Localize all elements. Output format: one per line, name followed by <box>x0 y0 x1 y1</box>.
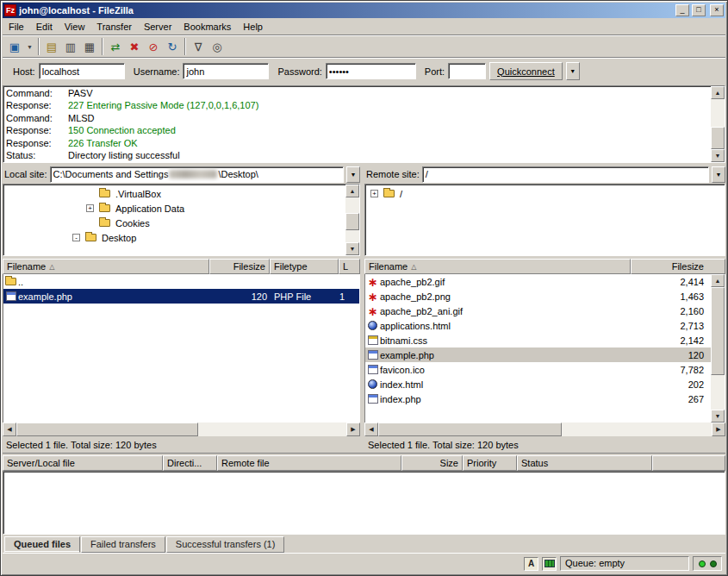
minimize-button[interactable]: _ <box>675 4 689 16</box>
menu-edit[interactable]: Edit <box>30 20 59 34</box>
scroll-down-icon[interactable]: ▼ <box>711 149 725 162</box>
remote-list-horizontal-scrollbar[interactable]: ◀ ▶ <box>364 423 725 436</box>
queue-column-size[interactable]: Size <box>401 455 463 471</box>
password-input[interactable] <box>326 63 416 79</box>
queue-column-direction[interactable]: Directi... <box>163 455 217 471</box>
tab-queued-files[interactable]: Queued files <box>4 536 80 553</box>
file-row[interactable]: apache_pb2.gif2,414 <box>365 274 711 289</box>
tree-item[interactable]: +/ <box>365 186 725 201</box>
tree-item[interactable]: -Desktop <box>3 230 345 245</box>
column-header-filetype[interactable]: Filetype <box>270 259 339 274</box>
local-site-combo[interactable]: C:\Documents and Settings\Desktop\ <box>50 166 344 183</box>
scrollbar-track[interactable] <box>16 423 346 436</box>
local-file-list: Filename△ Filesize Filetype L .. <box>3 259 360 436</box>
local-site-dropdown-icon[interactable]: ▼ <box>346 166 360 183</box>
scrollbar-track[interactable] <box>345 197 359 242</box>
host-input[interactable] <box>39 63 125 79</box>
scrollbar-thumb[interactable] <box>345 213 359 230</box>
remote-list-body: apache_pb2.gif2,414 apache_pb2.png1,463 … <box>364 274 725 423</box>
file-row[interactable]: apache_pb2.png1,463 <box>365 289 711 304</box>
expand-icon[interactable]: + <box>86 204 94 212</box>
queue-column-priority[interactable]: Priority <box>463 455 517 471</box>
scrollbar-thumb[interactable] <box>16 423 198 436</box>
log-vertical-scrollbar[interactable]: ▲ ▼ <box>711 86 725 162</box>
file-type: PHP File <box>271 291 339 302</box>
scroll-left-icon[interactable]: ◀ <box>3 423 16 436</box>
collapse-icon[interactable]: - <box>72 234 80 241</box>
ico-file-icon <box>365 364 380 376</box>
menu-help[interactable]: Help <box>237 20 269 34</box>
file-row[interactable]: favicon.ico7,782 <box>365 362 711 377</box>
menu-bookmarks[interactable]: Bookmarks <box>177 20 237 34</box>
tree-item[interactable]: Cookies <box>3 216 345 230</box>
tree-item[interactable]: .VirtualBox <box>3 186 345 201</box>
file-row[interactable]: index.php267 <box>365 391 711 406</box>
close-button[interactable]: × <box>710 4 724 16</box>
queue-column-server-local-file[interactable]: Server/Local file <box>3 455 163 471</box>
scroll-down-icon[interactable]: ▼ <box>711 410 725 423</box>
column-header-filename[interactable]: Filename△ <box>3 259 209 274</box>
tree-item[interactable]: +Application Data <box>3 201 345 216</box>
quickconnect-dropdown-icon[interactable]: ▼ <box>566 62 580 80</box>
filter-icon[interactable]: ∇ <box>189 37 208 56</box>
queue-list[interactable] <box>3 471 725 535</box>
scrollbar-track[interactable] <box>711 287 725 410</box>
file-row-selected[interactable]: example.php 120 PHP File 1 <box>3 289 359 304</box>
toggle-queue-icon[interactable]: ▦ <box>80 37 99 56</box>
port-input[interactable] <box>448 63 486 79</box>
local-list-horizontal-scrollbar[interactable]: ◀ ▶ <box>3 423 360 436</box>
refresh-icon[interactable]: ⇄ <box>106 37 125 56</box>
scroll-down-icon[interactable]: ▼ <box>345 242 359 255</box>
expand-icon[interactable]: + <box>370 190 378 197</box>
file-row-selected[interactable]: example.php120 <box>365 347 711 362</box>
file-row-parent-dir[interactable]: .. <box>3 274 359 289</box>
scroll-right-icon[interactable]: ▶ <box>712 423 725 436</box>
log-line: Command:MLSD <box>6 112 708 124</box>
menu-transfer[interactable]: Transfer <box>90 20 138 34</box>
column-header-filesize[interactable]: Filesize <box>209 259 270 274</box>
expander-spacer <box>86 219 94 227</box>
file-size: 120 <box>210 291 271 302</box>
html-file-icon <box>365 379 380 391</box>
toggle-treeviews-icon[interactable]: ▥ <box>61 37 80 56</box>
scrollbar-track[interactable] <box>378 423 712 436</box>
scrollbar-track[interactable] <box>711 99 725 149</box>
file-row[interactable]: apache_pb2_ani.gif2,160 <box>365 304 711 318</box>
local-tree-vertical-scrollbar[interactable]: ▲ ▼ <box>345 185 359 255</box>
reconnect-icon[interactable]: ↻ <box>163 37 182 56</box>
queue-column-status[interactable]: Status <box>517 455 652 471</box>
menu-server[interactable]: Server <box>138 20 177 34</box>
menu-view[interactable]: View <box>59 20 91 34</box>
scroll-up-icon[interactable]: ▲ <box>711 274 725 287</box>
scrollbar-thumb[interactable] <box>711 287 725 375</box>
username-input[interactable] <box>183 63 269 79</box>
site-manager-icon[interactable]: ▣ <box>5 37 24 56</box>
menu-file[interactable]: File <box>3 20 30 34</box>
remote-site-combo[interactable]: / <box>422 166 709 183</box>
file-row[interactable]: index.html202 <box>365 377 711 391</box>
column-header-lastmodified[interactable]: L <box>339 259 360 274</box>
abort-icon[interactable]: ✖ <box>125 37 144 56</box>
scroll-left-icon[interactable]: ◀ <box>364 423 378 436</box>
remote-list-vertical-scrollbar[interactable]: ▲ ▼ <box>711 274 725 423</box>
scroll-right-icon[interactable]: ▶ <box>346 423 360 436</box>
remote-site-dropdown-icon[interactable]: ▼ <box>712 166 725 183</box>
toggle-message-log-icon[interactable]: ▤ <box>42 37 61 56</box>
queue-column-remote-file[interactable]: Remote file <box>217 455 401 471</box>
maximize-button[interactable]: □ <box>692 4 706 16</box>
disconnect-icon[interactable]: ⊘ <box>144 37 163 56</box>
tab-successful-transfers[interactable]: Successful transfers (1) <box>166 536 285 553</box>
column-header-filename[interactable]: Filename△ <box>364 259 631 274</box>
scrollbar-thumb[interactable] <box>711 127 725 149</box>
scroll-up-icon[interactable]: ▲ <box>711 86 725 99</box>
file-row[interactable]: applications.html2,713 <box>365 318 711 333</box>
site-manager-dropdown-icon[interactable]: ▼ <box>24 37 35 56</box>
column-header-filesize[interactable]: Filesize <box>631 259 725 274</box>
scrollbar-thumb[interactable] <box>378 423 562 436</box>
window-title: john@localhost - FileZilla <box>19 5 673 16</box>
scroll-up-icon[interactable]: ▲ <box>345 185 359 197</box>
find-icon[interactable]: ◎ <box>208 37 227 56</box>
file-row[interactable]: bitnami.css2,142 <box>365 333 711 347</box>
tab-failed-transfers[interactable]: Failed transfers <box>81 536 165 553</box>
quickconnect-button[interactable]: Quickconnect <box>489 62 563 80</box>
